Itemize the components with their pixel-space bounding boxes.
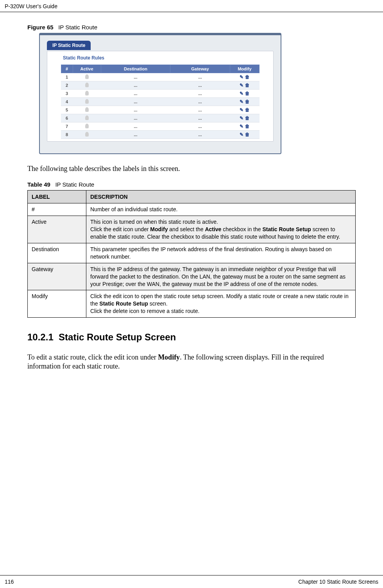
cell-active bbox=[73, 122, 101, 131]
cell-gateway: ... bbox=[170, 131, 230, 139]
cell-modify: ✎🗑 bbox=[230, 106, 260, 114]
cell-num: 1 bbox=[61, 73, 73, 81]
page-footer: 116 Chapter 10 Static Route Screens bbox=[0, 575, 383, 588]
cell-modify: ✎🗑 bbox=[230, 114, 260, 122]
bulb-icon bbox=[85, 115, 89, 120]
table-row: 4......✎🗑 bbox=[61, 98, 260, 106]
col-gateway: Gateway bbox=[170, 65, 230, 73]
cell-label: Modify bbox=[28, 290, 86, 318]
table-row: 3......✎🗑 bbox=[61, 90, 260, 98]
panel-title: Static Route Rules bbox=[47, 51, 273, 65]
cell-active bbox=[73, 81, 101, 90]
col-destination: Destination bbox=[101, 65, 170, 73]
table-row: Destination This parameter specifies the… bbox=[28, 243, 356, 263]
section-heading: 10.2.1 Static Route Setup Screen bbox=[27, 332, 356, 343]
edit-icon[interactable]: ✎ bbox=[240, 132, 243, 137]
cell-gateway: ... bbox=[170, 106, 230, 114]
col-num: # bbox=[61, 65, 73, 73]
cell-destination: ... bbox=[101, 98, 170, 106]
tab-ip-static-route[interactable]: IP Static Route bbox=[47, 41, 91, 50]
cell-gateway: ... bbox=[170, 114, 230, 122]
th-label: LABEL bbox=[28, 191, 86, 203]
cell-label: Gateway bbox=[28, 263, 86, 290]
cell-modify: ✎🗑 bbox=[230, 81, 260, 90]
table-row: 5......✎🗑 bbox=[61, 106, 260, 114]
cell-modify: ✎🗑 bbox=[230, 98, 260, 106]
delete-icon[interactable]: 🗑 bbox=[245, 91, 250, 96]
edit-icon[interactable]: ✎ bbox=[240, 115, 243, 121]
bulb-icon bbox=[85, 107, 89, 112]
cell-desc: This icon is turned on when this static … bbox=[86, 216, 356, 243]
edit-icon[interactable]: ✎ bbox=[240, 99, 243, 104]
cell-modify: ✎🗑 bbox=[230, 131, 260, 139]
cell-num: 2 bbox=[61, 81, 73, 90]
cell-active bbox=[73, 114, 101, 122]
cell-destination: ... bbox=[101, 106, 170, 114]
cell-num: 4 bbox=[61, 98, 73, 106]
table-row: 6......✎🗑 bbox=[61, 114, 260, 122]
cell-desc: Click the edit icon to open the static r… bbox=[86, 290, 356, 318]
cell-num: 5 bbox=[61, 106, 73, 114]
bulb-icon bbox=[85, 91, 89, 95]
cell-num: 6 bbox=[61, 114, 73, 122]
chapter-label: Chapter 10 Static Route Screens bbox=[298, 579, 378, 585]
cell-gateway: ... bbox=[170, 81, 230, 90]
cell-num: 3 bbox=[61, 90, 73, 98]
cell-gateway: ... bbox=[170, 90, 230, 98]
table-row: Active This icon is turned on when this … bbox=[28, 216, 356, 243]
section-paragraph: To edit a static route, click the edit i… bbox=[27, 353, 356, 371]
cell-active bbox=[73, 73, 101, 81]
guide-title: P-320W User's Guide bbox=[5, 3, 57, 9]
cell-destination: ... bbox=[101, 90, 170, 98]
cell-label: Destination bbox=[28, 243, 86, 263]
edit-icon[interactable]: ✎ bbox=[240, 91, 243, 96]
table-row: 1......✎🗑 bbox=[61, 73, 260, 81]
cell-num: 7 bbox=[61, 122, 73, 131]
delete-icon[interactable]: 🗑 bbox=[245, 83, 250, 88]
static-route-table: # Active Destination Gateway Modify 1...… bbox=[61, 65, 260, 139]
cell-active bbox=[73, 106, 101, 114]
intro-paragraph: The following table describes the labels… bbox=[27, 164, 356, 173]
delete-icon[interactable]: 🗑 bbox=[245, 99, 250, 104]
edit-icon[interactable]: ✎ bbox=[240, 124, 243, 129]
bulb-icon bbox=[85, 124, 89, 128]
col-active: Active bbox=[73, 65, 101, 73]
table-row: Modify Click the edit icon to open the s… bbox=[28, 290, 356, 318]
cell-gateway: ... bbox=[170, 73, 230, 81]
cell-gateway: ... bbox=[170, 122, 230, 131]
cell-destination: ... bbox=[101, 131, 170, 139]
cell-destination: ... bbox=[101, 114, 170, 122]
cell-modify: ✎🗑 bbox=[230, 73, 260, 81]
col-modify: Modify bbox=[230, 65, 260, 73]
edit-icon[interactable]: ✎ bbox=[240, 74, 243, 80]
bulb-icon bbox=[85, 74, 89, 79]
delete-icon[interactable]: 🗑 bbox=[245, 74, 250, 80]
cell-label: # bbox=[28, 203, 86, 216]
delete-icon[interactable]: 🗑 bbox=[245, 107, 250, 113]
cell-num: 8 bbox=[61, 131, 73, 139]
edit-icon[interactable]: ✎ bbox=[240, 107, 243, 113]
cell-active bbox=[73, 131, 101, 139]
cell-destination: ... bbox=[101, 122, 170, 131]
cell-desc: Number of an individual static route. bbox=[86, 203, 356, 216]
table-row: # Number of an individual static route. bbox=[28, 203, 356, 216]
bulb-icon bbox=[85, 132, 89, 137]
cell-gateway: ... bbox=[170, 98, 230, 106]
page-number: 116 bbox=[5, 579, 14, 585]
cell-modify: ✎🗑 bbox=[230, 90, 260, 98]
th-description: DESCRIPTION bbox=[86, 191, 356, 203]
delete-icon[interactable]: 🗑 bbox=[245, 124, 250, 129]
cell-active bbox=[73, 98, 101, 106]
delete-icon[interactable]: 🗑 bbox=[245, 115, 250, 121]
cell-destination: ... bbox=[101, 73, 170, 81]
table-row: 8......✎🗑 bbox=[61, 131, 260, 139]
bulb-icon bbox=[85, 83, 89, 87]
edit-icon[interactable]: ✎ bbox=[240, 83, 243, 88]
cell-desc: This is the IP address of the gateway. T… bbox=[86, 263, 356, 290]
cell-label: Active bbox=[28, 216, 86, 243]
delete-icon[interactable]: 🗑 bbox=[245, 132, 250, 137]
table-row: 2......✎🗑 bbox=[61, 81, 260, 90]
table-caption: Table 49 IP Static Route bbox=[27, 181, 356, 188]
cell-desc: This parameter specifies the IP network … bbox=[86, 243, 356, 263]
table-row: Gateway This is the IP address of the ga… bbox=[28, 263, 356, 290]
